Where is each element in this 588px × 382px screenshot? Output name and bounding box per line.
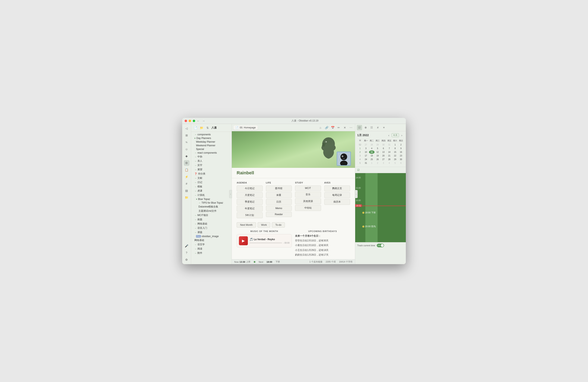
timeline-event-1800[interactable]: 18:00 下班	[363, 211, 405, 214]
cal-day-12[interactable]: 12	[375, 150, 380, 154]
timeline-event-2000[interactable]: 20:00 陪鸟	[363, 225, 405, 228]
cal-day-4-next[interactable]: 4	[386, 161, 392, 165]
study-btn-other[interactable]: 其他资源	[295, 198, 321, 204]
sidebar-item-wenxian[interactable]: → 文献	[192, 176, 231, 180]
study-btn-transit[interactable]: 中转站	[295, 205, 321, 211]
sidebar-item-shuti[interactable]: → 刷题	[192, 217, 231, 222]
aves-btn-weekly[interactable]: 每周记录	[324, 192, 350, 198]
cal-day-1-next[interactable]: 1	[369, 161, 375, 165]
sidebar-item-yuedu[interactable]: → 阅读	[192, 247, 231, 251]
agenda-btn-5y[interactable]: 5年计划	[237, 212, 263, 218]
cal-day-31-prev[interactable]: 31	[386, 143, 392, 146]
cal-day-25[interactable]: 25	[369, 158, 375, 161]
cal-prev-button[interactable]: ‹	[387, 134, 391, 137]
sidebar-item-zhongxie[interactable]: → 中协	[192, 155, 231, 159]
grid-icon[interactable]: ⊞	[184, 133, 189, 138]
track-time-toggle[interactable]: ON	[377, 244, 384, 247]
calendar-button[interactable]: 📅	[330, 125, 335, 130]
cal-day-20[interactable]: 20	[381, 154, 386, 158]
sidebar-item-zhanlan[interactable]: → 展望	[192, 167, 231, 172]
cal-today-button[interactable]: 今天	[392, 133, 399, 137]
aves-btn-medical[interactable]: 病历本	[324, 199, 350, 205]
diamond-icon[interactable]: ◆	[184, 153, 189, 159]
config-icon[interactable]: ⚙	[184, 257, 189, 262]
home-button[interactable]: ⌂	[318, 125, 323, 130]
folder-icon[interactable]: 📁	[184, 195, 189, 200]
cal-day-2[interactable]: 2	[398, 143, 404, 146]
sidebar-toggle-icon[interactable]: ◁	[184, 126, 189, 131]
cal-day-1[interactable]: 1	[392, 143, 398, 146]
cal-day-9[interactable]: 9	[398, 147, 404, 150]
cal-day-6[interactable]: 6	[381, 147, 386, 150]
life-btn-library[interactable]: 图书馆	[266, 185, 292, 191]
work-button[interactable]: Work	[258, 222, 270, 228]
right-tab-tags[interactable]: #	[375, 125, 380, 130]
cal-day-3[interactable]: 3	[363, 147, 369, 150]
cal-day-30-prev[interactable]: 30	[381, 143, 386, 146]
close-button[interactable]	[185, 120, 187, 122]
tag-icon[interactable]: #	[184, 181, 189, 186]
right-panel-collapse-button[interactable]: ›	[355, 190, 358, 198]
forward-button[interactable]: →	[202, 119, 205, 122]
sidebar-item-daifenlei[interactable]: ❓ 待分类	[192, 172, 231, 176]
study-btn-mcit[interactable]: MCIT	[295, 185, 321, 191]
cal-day-17[interactable]: 17	[363, 154, 369, 158]
sidebar-item-react-components[interactable]: → react components	[192, 151, 231, 155]
cal-day-26[interactable]: 26	[375, 158, 380, 161]
sidebar-collapse-button[interactable]: ‹	[229, 190, 232, 198]
cal-day-29[interactable]: 29	[392, 158, 398, 161]
cal-day-8[interactable]: 8	[392, 147, 398, 150]
right-tab-community[interactable]: ☷	[369, 125, 374, 130]
sidebar-item-tips-blue-topaz[interactable]: → TIPS for Blue Topaz	[192, 201, 231, 205]
cal-day-29-prev[interactable]: 29	[375, 143, 380, 146]
life-btn-weight[interactable]: 体重	[266, 192, 292, 198]
clipboard-icon[interactable]: 📋	[184, 167, 189, 173]
help-icon[interactable]: ?	[184, 250, 189, 256]
cal-day-19[interactable]: 19	[375, 154, 380, 158]
cal-day-2-next[interactable]: 2	[375, 161, 380, 165]
right-tab-calendar[interactable]: ☑	[357, 125, 362, 130]
sidebar-item-qinren[interactable]: → 亲人	[192, 159, 231, 163]
more-options-button[interactable]: ⋯	[349, 125, 353, 130]
sort-button[interactable]: ⇅	[205, 126, 210, 130]
life-btn-reeder[interactable]: Reeder	[266, 212, 292, 217]
cal-day-24[interactable]: 24	[363, 158, 369, 161]
edit-button[interactable]: ✏	[336, 125, 341, 130]
agenda-btn-ydb[interactable]: 月度笔记	[237, 192, 263, 198]
sidebar-item-binyu[interactable]: → 宾宇	[192, 163, 231, 167]
sidebar-item-weekday-planner[interactable]: Weekday Planner	[192, 140, 231, 144]
agenda-btn-jdb[interactable]: 季度笔记	[237, 199, 263, 205]
cal-day-6-next[interactable]: 6	[398, 161, 404, 165]
cal-day-13[interactable]: 13	[381, 150, 386, 154]
tab-homepage[interactable]: 📄 00. Homepage	[233, 125, 258, 130]
cal-next-button[interactable]: ›	[400, 134, 404, 137]
mic-icon[interactable]: 🎤	[184, 243, 189, 249]
cal-day-30[interactable]: 30	[398, 158, 404, 161]
sidebar-item-yuyanxue[interactable]: → 语言学	[192, 242, 231, 247]
cal-day-23[interactable]: 23	[398, 154, 404, 158]
cal-day-11-today[interactable]: 11	[369, 150, 375, 154]
cal-day-14[interactable]: 14	[386, 150, 392, 154]
progress-bar[interactable]	[250, 243, 282, 243]
sidebar-item-blue-topaz[interactable]: ▾ Blue Topaz	[192, 197, 231, 201]
archive-icon[interactable]: ▤	[184, 188, 189, 193]
life-btn-memo[interactable]: Memo	[266, 206, 292, 211]
back-button[interactable]: ←	[197, 119, 200, 122]
cal-day-22[interactable]: 22	[392, 154, 398, 158]
sidebar-item-muban[interactable]: → 模板	[192, 184, 231, 189]
minimize-button[interactable]	[189, 120, 191, 122]
sidebar-item-weekend-planner[interactable]: Weekend Planner	[192, 144, 231, 147]
sidebar-item-dataview[interactable]: Dataview模板合集	[192, 205, 231, 209]
sidebar-item-wangluo-jc[interactable]: → 网络基础	[192, 222, 231, 226]
right-tab-outline[interactable]: ≡	[381, 125, 386, 130]
cal-day-15[interactable]: 15	[392, 150, 398, 154]
study-btn-music[interactable]: 音乐	[295, 192, 321, 198]
cal-day-28-prev[interactable]: 28	[369, 143, 375, 146]
maximize-button[interactable]	[193, 120, 195, 122]
cal-day-31[interactable]: 31	[363, 161, 369, 165]
new-file-button[interactable]: 📄	[193, 126, 198, 130]
new-folder-button[interactable]: 📁	[199, 126, 204, 130]
life-btn-calendar[interactable]: 日历	[266, 199, 292, 205]
cal-day-5[interactable]: 5	[375, 147, 380, 150]
cal-day-27[interactable]: 27	[381, 158, 386, 161]
